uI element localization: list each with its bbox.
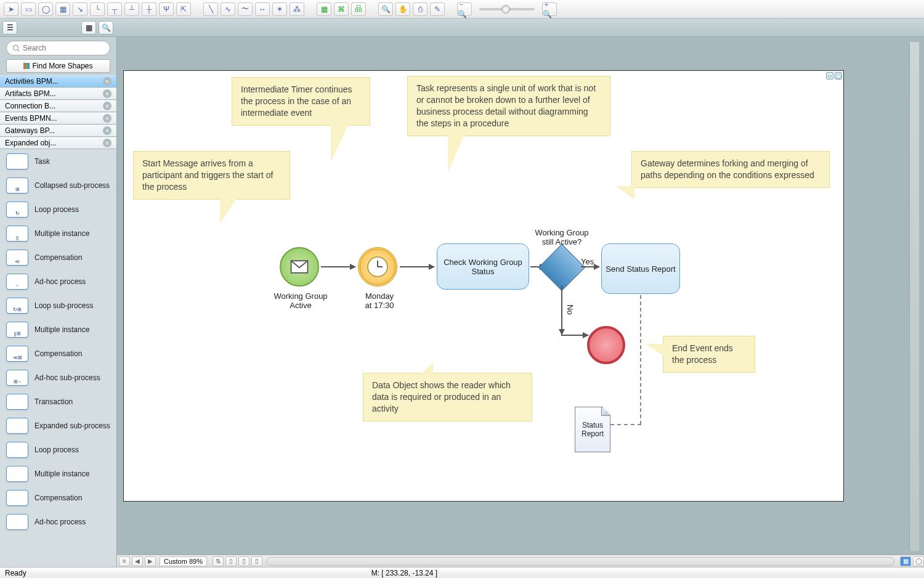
end-event[interactable] bbox=[587, 326, 625, 364]
eyedropper-icon[interactable]: ✎ bbox=[430, 2, 445, 16]
shape-item-2[interactable]: ↻Loop process bbox=[0, 197, 116, 221]
annotation-gateway: Gateway determines forking and merging o… bbox=[631, 151, 830, 188]
category-0[interactable]: Activities BPM...× bbox=[0, 75, 116, 88]
flow-arrow-yes bbox=[581, 266, 599, 267]
canvas-corner-icons: ▭◯ bbox=[826, 72, 842, 79]
shape-item-12[interactable]: Loop process bbox=[0, 438, 116, 462]
timer-event[interactable] bbox=[358, 247, 397, 287]
close-icon[interactable]: × bbox=[103, 89, 111, 98]
connector-tree1-icon[interactable]: ┬ bbox=[107, 2, 122, 16]
close-icon[interactable]: × bbox=[103, 139, 111, 147]
connector-tree2-icon[interactable]: ┴ bbox=[124, 2, 139, 16]
zoom-in-icon[interactable]: ＋🔍 bbox=[542, 2, 557, 16]
page-thumb-2[interactable]: ▯ bbox=[238, 556, 249, 566]
start-event-label: Working Group Active bbox=[267, 291, 334, 310]
shape-item-3[interactable]: ||Multiple instance bbox=[0, 221, 116, 245]
category-1[interactable]: Artifacts BPM...× bbox=[0, 88, 116, 100]
zoom-slider[interactable] bbox=[479, 8, 535, 10]
page-list-icon[interactable]: ≡ bbox=[119, 556, 130, 566]
pointer-tool-icon[interactable]: ➤ bbox=[4, 2, 18, 16]
gateway-no-label: No bbox=[565, 304, 575, 315]
shape-item-14[interactable]: Compensation bbox=[0, 486, 116, 510]
shape-item-13[interactable]: Multiple instance bbox=[0, 462, 116, 486]
shape-icon: || bbox=[6, 226, 28, 242]
shape-item-11[interactable]: Expanded sub-process bbox=[0, 413, 116, 438]
line-curve-icon[interactable]: ∿ bbox=[221, 2, 235, 16]
zoom-search-icon[interactable]: 🔍 bbox=[378, 2, 393, 16]
shape-label: Collapsed sub-process bbox=[34, 181, 110, 190]
corner-widget-2[interactable]: ◯ bbox=[913, 556, 924, 566]
grid-view-icon[interactable]: ▦ bbox=[81, 21, 96, 35]
tree-view-icon[interactable]: ☰ bbox=[2, 21, 17, 35]
start-event[interactable] bbox=[280, 247, 319, 287]
connector-elbow-icon[interactable]: └ bbox=[90, 2, 105, 16]
zoom-level-label[interactable]: Custom 89% bbox=[160, 556, 207, 566]
task-send-report[interactable]: Send Status Report bbox=[601, 243, 680, 294]
category-4[interactable]: Gateways BP...× bbox=[0, 124, 116, 137]
pan-hand-icon[interactable]: ✋ bbox=[395, 2, 410, 16]
shape-item-6[interactable]: ↻⊞Loop sub-process bbox=[0, 293, 116, 317]
zoom-stepper-icon[interactable]: ⇅ bbox=[213, 556, 224, 566]
gateway[interactable] bbox=[538, 244, 585, 291]
connector-branch-icon[interactable]: Ψ bbox=[159, 2, 174, 16]
shape-icon: ⊞ bbox=[6, 177, 28, 193]
bottom-bar: ≡ ◀ ▶ Custom 89% ⇅ ▯ ▯ ▯ ▦ ◯ bbox=[117, 555, 924, 567]
rect-tool-icon[interactable]: ▭ bbox=[21, 2, 36, 16]
search-view-icon[interactable]: 🔍 bbox=[99, 21, 113, 35]
stamp-icon[interactable]: ⎙ bbox=[413, 2, 428, 16]
shape-item-5[interactable]: ~Ad-hoc process bbox=[0, 269, 116, 293]
shape-icon: ||⊞ bbox=[6, 322, 28, 338]
shape-item-10[interactable]: Transaction bbox=[0, 389, 116, 413]
shape-item-4[interactable]: ≪Compensation bbox=[0, 245, 116, 269]
category-label: Connection B... bbox=[5, 102, 55, 110]
diagram-canvas[interactable]: ▭◯ Start Message arrives from a particip… bbox=[123, 70, 844, 502]
page-next-icon[interactable]: ▶ bbox=[145, 556, 156, 566]
vertical-scrollbar[interactable] bbox=[909, 42, 919, 551]
data-object[interactable]: Status Report bbox=[575, 407, 610, 452]
zoom-out-icon[interactable]: －🔍 bbox=[457, 2, 472, 16]
line-multi-icon[interactable]: ⁂ bbox=[290, 2, 304, 16]
category-5[interactable]: Expanded obj...× bbox=[0, 137, 116, 149]
line-s-icon[interactable]: 〜 bbox=[238, 2, 253, 16]
connector-straight-icon[interactable]: ↘ bbox=[73, 2, 87, 16]
search-input[interactable] bbox=[6, 41, 110, 55]
connector-tree3-icon[interactable]: ┼ bbox=[142, 2, 156, 16]
shape-item-9[interactable]: ⊞~Ad-hoc sub-process bbox=[0, 365, 116, 389]
export-icon[interactable]: ⇱ bbox=[176, 2, 191, 16]
zoom-slider-thumb[interactable] bbox=[501, 5, 510, 14]
line-both-icon[interactable]: ↔ bbox=[255, 2, 270, 16]
close-icon[interactable]: × bbox=[103, 114, 111, 123]
category-3[interactable]: Events BPMN...× bbox=[0, 112, 116, 124]
horizontal-scrollbar[interactable] bbox=[266, 557, 894, 566]
ellipse-tool-icon[interactable]: ◯ bbox=[38, 2, 53, 16]
close-icon[interactable]: × bbox=[103, 102, 111, 110]
layout-grid-icon[interactable]: ▦ bbox=[317, 2, 331, 16]
shape-label: Ad-hoc process bbox=[34, 277, 86, 286]
page-thumb-3[interactable]: ▯ bbox=[251, 556, 262, 566]
layout-org-icon[interactable]: 品 bbox=[351, 2, 366, 16]
layout-hier-icon[interactable]: ⌘ bbox=[334, 2, 349, 16]
category-2[interactable]: Connection B...× bbox=[0, 100, 116, 112]
flow-arrow-no-3 bbox=[585, 335, 588, 336]
shape-item-15[interactable]: Ad-hoc process bbox=[0, 510, 116, 534]
shape-icon bbox=[6, 153, 28, 169]
task-check-status[interactable]: Check Working Group Status bbox=[437, 243, 529, 290]
annotation-timer: Intermediate Timer continues the process… bbox=[232, 77, 370, 126]
line-star-icon[interactable]: ✶ bbox=[272, 2, 287, 16]
shape-item-1[interactable]: ⊞Collapsed sub-process bbox=[0, 173, 116, 197]
page-prev-icon[interactable]: ◀ bbox=[132, 556, 143, 566]
table-tool-icon[interactable]: ▦ bbox=[55, 2, 70, 16]
line-diag-icon[interactable]: ╲ bbox=[203, 2, 218, 16]
close-icon[interactable]: × bbox=[103, 126, 111, 135]
shape-label: Transaction bbox=[34, 397, 73, 406]
shape-item-0[interactable]: Task bbox=[0, 149, 116, 173]
shape-label: Multiple instance bbox=[34, 325, 89, 334]
shape-item-7[interactable]: ||⊞Multiple instance bbox=[0, 317, 116, 341]
find-more-shapes-button[interactable]: Find More Shapes bbox=[6, 59, 110, 73]
page-thumb-1[interactable]: ▯ bbox=[225, 556, 237, 566]
close-icon[interactable]: × bbox=[103, 77, 111, 86]
corner-widget-1[interactable]: ▦ bbox=[900, 556, 911, 566]
shape-label: Compensation bbox=[34, 349, 82, 358]
assoc-line-h bbox=[610, 424, 641, 425]
shape-item-8[interactable]: ≪⊞Compensation bbox=[0, 341, 116, 365]
